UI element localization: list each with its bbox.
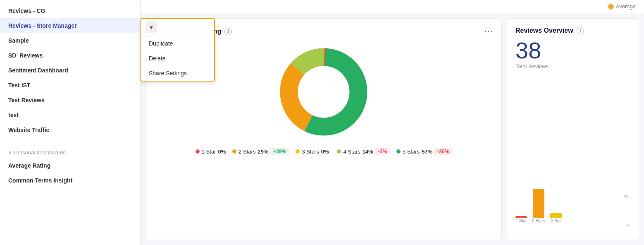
sidebar-item-test[interactable]: test (0, 108, 140, 122)
dot-1star (196, 149, 200, 154)
sidebar-item-test-reviews[interactable]: Test Reviews (0, 93, 140, 108)
personal-dashboards-label: ∨ Personal Dashboards (0, 144, 140, 158)
bar-1star-rect (515, 216, 527, 218)
gridline-0: 0 (515, 223, 630, 223)
dropdown-arrow-button[interactable]: ▼ (145, 22, 157, 33)
content-area: ns by Average Rating ℹ ··· (141, 13, 644, 245)
donut-chart (274, 42, 373, 142)
dot-2stars (232, 149, 236, 154)
gridline-20: 20 (515, 194, 630, 194)
legend-1star: 1 Star 0% (196, 148, 226, 155)
bar-chart-body: 1 Star 2 Stars 3 Sta (515, 190, 630, 231)
bar-3stars-rect (550, 213, 562, 218)
average-legend: Average (608, 3, 636, 10)
dropdown-item-duplicate[interactable]: Duplicate (141, 36, 214, 51)
main-content: Average ns by Average Rating ℹ ··· (141, 0, 644, 245)
sidebar-item-website-traffic[interactable]: Website Traffic (0, 122, 140, 137)
dot-4stars (337, 149, 341, 154)
chart-more-button[interactable]: ··· (484, 27, 493, 36)
dropdown-item-share-settings[interactable]: Share Settings (141, 66, 214, 81)
legend-2stars: 2 Stars 29% +29% (232, 148, 289, 155)
topbar: Average (141, 0, 644, 13)
sidebar-item-sd_reviews[interactable]: SD_Reviews (0, 48, 140, 63)
bar-chart-area: 20 0 1 Star 2 Stars (515, 79, 630, 231)
sidebar-item-reviews---store-manager[interactable]: Reviews - Store Manager (0, 18, 140, 33)
bar-1star: 1 Star (515, 216, 527, 223)
sidebar-item-sentiment-dashboard[interactable]: Sentiment Dashboard (0, 63, 140, 78)
legend-row-2: 4 Stars 14% -2% 5 Stars 57% -26% (337, 148, 452, 155)
dropdown-menu: ▼ DuplicateDeleteShare Settings (141, 18, 215, 82)
sidebar: Reviews - CGReviews - Store ManagerSampl… (0, 0, 141, 245)
svg-point-4 (298, 66, 350, 118)
chevron-down-icon: ∨ (8, 150, 12, 155)
personal-item-average-rating[interactable]: Average Rating (0, 158, 140, 173)
donut-legend: 1 Star 0% 2 Stars 29% +29% 3 Stars (196, 148, 452, 155)
overview-panel: Reviews Overview ℹ 38 Total Reviews 20 0… (507, 18, 639, 240)
legend-label: Average (616, 3, 636, 10)
dot-5stars (396, 149, 401, 154)
overview-info-icon[interactable]: ℹ (577, 27, 584, 34)
chart-info-icon[interactable]: ℹ (224, 28, 232, 35)
bar-3stars: 3 Sta (550, 213, 562, 223)
badge-5stars: -26% (434, 148, 452, 155)
dropdown-item-delete[interactable]: Delete (141, 51, 214, 66)
dot-3stars (296, 149, 300, 154)
diamond-icon (607, 3, 614, 10)
sidebar-item-sample[interactable]: Sample (0, 33, 140, 48)
sidebar-item-test-ist[interactable]: Test IST (0, 78, 140, 93)
badge-4stars: -2% (375, 148, 390, 155)
overview-title: Reviews Overview ℹ (515, 27, 630, 34)
legend-row-1: 1 Star 0% 2 Stars 29% +29% 3 Stars (196, 148, 329, 155)
personal-item-common-terms-insight[interactable]: Common Terms Insight (0, 173, 140, 188)
total-number: 38 (515, 38, 630, 63)
legend-3stars: 3 Stars 0% (296, 148, 329, 155)
total-label: Total Reviews (515, 63, 630, 70)
dropdown-header: ▼ (141, 19, 214, 36)
sidebar-item-reviews---cg[interactable]: Reviews - CG (0, 3, 140, 18)
badge-2stars: +29% (270, 148, 289, 155)
bar-2stars-rect (533, 189, 544, 218)
legend-5stars: 5 Stars 57% -26% (396, 148, 452, 155)
sidebar-divider (0, 141, 140, 141)
legend-4stars: 4 Stars 14% -2% (337, 148, 390, 155)
